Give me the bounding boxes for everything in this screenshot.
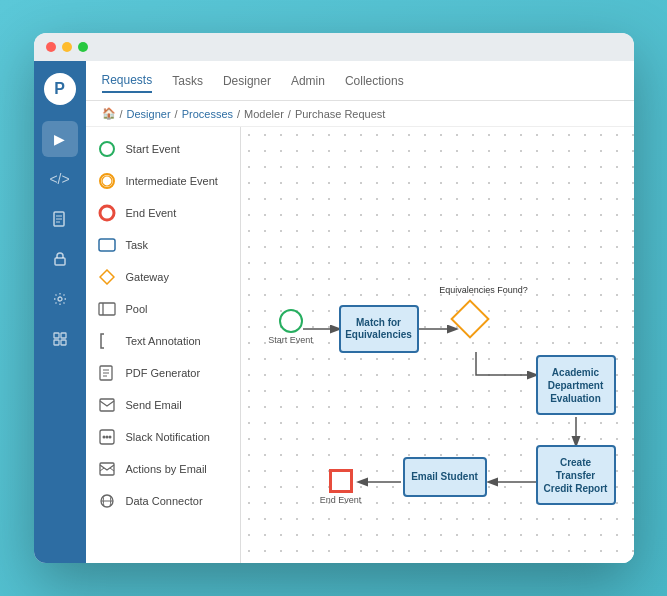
tool-gateway-label: Gateway	[126, 271, 169, 283]
svg-rect-9	[61, 340, 66, 345]
gateway-icon	[96, 266, 118, 288]
svg-point-25	[108, 436, 111, 439]
nav-collections[interactable]: Collections	[345, 70, 404, 92]
create-transfer-node[interactable]: CreateTransferCredit Report	[536, 445, 616, 505]
tool-start-event-label: Start Event	[126, 143, 180, 155]
tool-intermediate-event[interactable]: Intermediate Event	[86, 165, 240, 197]
nav-requests[interactable]: Requests	[102, 69, 153, 93]
tool-pdf-generator[interactable]: PDF Generator	[86, 357, 240, 389]
tool-pool-label: Pool	[126, 303, 148, 315]
task-icon	[96, 234, 118, 256]
home-icon[interactable]: 🏠	[102, 107, 116, 120]
equivalencies-label: Equivalencies Found?	[429, 285, 539, 295]
svg-rect-8	[54, 340, 59, 345]
breadcrumb-processes[interactable]: Processes	[182, 108, 233, 120]
sidebar-icon-grid[interactable]	[42, 321, 78, 357]
main-content: Requests Tasks Designer Admin Collection…	[86, 61, 634, 563]
intermediate-event-icon	[96, 170, 118, 192]
tool-slack-notification[interactable]: Slack Notification	[86, 421, 240, 453]
top-nav: Requests Tasks Designer Admin Collection…	[86, 61, 634, 101]
sidebar-icon-code[interactable]: </>	[42, 161, 78, 197]
svg-point-12	[102, 176, 112, 186]
logo-text: P	[54, 80, 65, 98]
breadcrumb: 🏠 / Designer / Processes / Modeler / Pur…	[86, 101, 634, 127]
sidebar: P ▶ </>	[34, 61, 86, 563]
breadcrumb-designer[interactable]: Designer	[127, 108, 171, 120]
svg-rect-7	[61, 333, 66, 338]
svg-rect-4	[55, 258, 65, 265]
slack-notification-icon	[96, 426, 118, 448]
diagram-canvas[interactable]: Start Event Match forEquivalencies Equiv…	[241, 127, 634, 563]
nav-tasks[interactable]: Tasks	[172, 70, 203, 92]
nav-designer[interactable]: Designer	[223, 70, 271, 92]
sidebar-icon-settings[interactable]	[42, 281, 78, 317]
tool-text-annotation[interactable]: Text Annotation	[86, 325, 240, 357]
svg-rect-21	[100, 399, 114, 411]
tool-start-event[interactable]: Start Event	[86, 133, 240, 165]
content-area: Start Event Intermediate Event	[86, 127, 634, 563]
nav-admin[interactable]: Admin	[291, 70, 325, 92]
gateway-node[interactable]	[450, 299, 490, 339]
tool-text-annotation-label: Text Annotation	[126, 335, 201, 347]
breadcrumb-current: Purchase Request	[295, 108, 386, 120]
minimize-dot[interactable]	[62, 42, 72, 52]
sidebar-icon-lock[interactable]	[42, 241, 78, 277]
tool-data-connector[interactable]: Data Connector	[86, 485, 240, 517]
start-event-node[interactable]	[279, 309, 303, 333]
tool-actions-by-email[interactable]: Actions by Email	[86, 453, 240, 485]
app-window: P ▶ </>	[34, 33, 634, 563]
tool-actions-by-email-label: Actions by Email	[126, 463, 207, 475]
tool-send-email[interactable]: Send Email	[86, 389, 240, 421]
pool-icon	[96, 298, 118, 320]
maximize-dot[interactable]	[78, 42, 88, 52]
text-annotation-icon	[96, 330, 118, 352]
svg-rect-15	[99, 303, 115, 315]
academic-evaluation-node[interactable]: AcademicDepartmentEvaluation	[536, 355, 616, 415]
sidebar-icon-play[interactable]: ▶	[42, 121, 78, 157]
svg-point-23	[102, 436, 105, 439]
close-dot[interactable]	[46, 42, 56, 52]
svg-point-24	[105, 436, 108, 439]
tool-send-email-label: Send Email	[126, 399, 182, 411]
tool-end-event[interactable]: End Event	[86, 197, 240, 229]
sidebar-icon-document[interactable]	[42, 201, 78, 237]
sidebar-logo[interactable]: P	[44, 73, 76, 105]
end-event-label: End Event	[311, 495, 371, 505]
end-event-node[interactable]	[329, 469, 353, 493]
svg-rect-6	[54, 333, 59, 338]
breadcrumb-modeler: Modeler	[244, 108, 284, 120]
actions-by-email-icon	[96, 458, 118, 480]
svg-rect-14	[99, 239, 115, 251]
pdf-generator-icon	[96, 362, 118, 384]
svg-point-5	[58, 297, 62, 301]
title-bar	[34, 33, 634, 61]
tool-end-event-label: End Event	[126, 207, 177, 219]
tool-pdf-generator-label: PDF Generator	[126, 367, 201, 379]
tool-slack-notification-label: Slack Notification	[126, 431, 210, 443]
match-equivalencies-node[interactable]: Match forEquivalencies	[339, 305, 419, 353]
tools-panel: Start Event Intermediate Event	[86, 127, 241, 563]
svg-point-13	[100, 206, 114, 220]
start-event-label: Start Event	[261, 335, 321, 345]
data-connector-icon	[96, 490, 118, 512]
tool-task-label: Task	[126, 239, 149, 251]
tool-gateway[interactable]: Gateway	[86, 261, 240, 293]
email-student-node[interactable]: Email Student	[403, 457, 487, 497]
tool-data-connector-label: Data Connector	[126, 495, 203, 507]
svg-point-10	[100, 142, 114, 156]
tool-task[interactable]: Task	[86, 229, 240, 261]
end-event-icon	[96, 202, 118, 224]
tool-pool[interactable]: Pool	[86, 293, 240, 325]
start-event-icon	[96, 138, 118, 160]
send-email-icon	[96, 394, 118, 416]
tool-intermediate-event-label: Intermediate Event	[126, 175, 218, 187]
